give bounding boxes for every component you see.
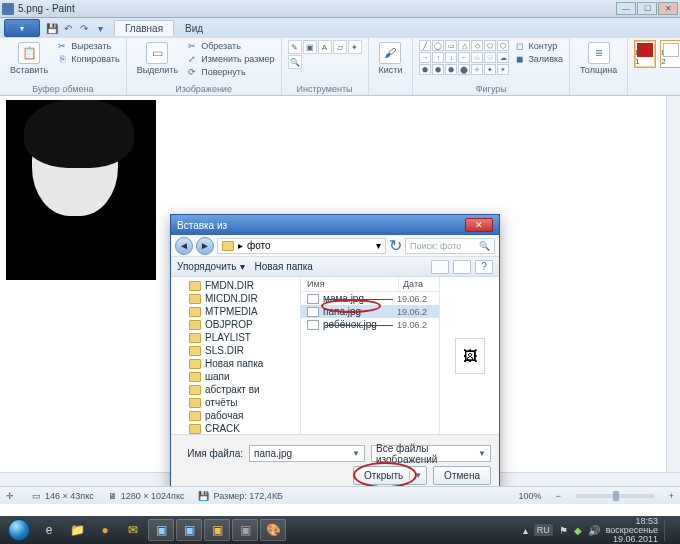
open-button[interactable]: Открыть▼ bbox=[353, 466, 427, 485]
canvas-area[interactable]: Вставка из ✕ ◄ ► ▸ фото ▾ ↻ Поиск: фото … bbox=[0, 96, 680, 486]
newfolder-button[interactable]: Новая папка bbox=[255, 261, 313, 272]
taskbar-paint[interactable]: 🎨 bbox=[260, 519, 286, 541]
tool-fill[interactable]: ▣ bbox=[303, 40, 317, 54]
copy-button[interactable]: ⎘Копировать bbox=[56, 53, 119, 65]
tree-item[interactable]: абстракт ви bbox=[171, 383, 300, 396]
tool-picker[interactable]: ✦ bbox=[348, 40, 362, 54]
folder-icon bbox=[189, 294, 201, 304]
shape-outline-button[interactable]: ◻Контур bbox=[513, 40, 563, 52]
dialog-close-button[interactable]: ✕ bbox=[465, 218, 493, 232]
tray-network-icon[interactable]: ⚑ bbox=[559, 525, 568, 536]
ribbon-group-size: ≡ Толщина bbox=[570, 38, 628, 95]
taskbar-mail[interactable]: ✉ bbox=[120, 519, 146, 541]
taskbar-explorer[interactable]: 📁 bbox=[64, 519, 90, 541]
dialog-titlebar[interactable]: Вставка из ✕ bbox=[171, 215, 499, 235]
folder-tree[interactable]: FMDN.DIRMICDN.DIRMTPMEDIAOBJPROPPLAYLIST… bbox=[171, 277, 301, 434]
tray-show-hidden-icon[interactable]: ▴ bbox=[523, 525, 528, 536]
zoom-in-button[interactable]: + bbox=[669, 491, 674, 501]
view-mode-button[interactable] bbox=[431, 260, 449, 274]
tab-view[interactable]: Вид bbox=[174, 20, 214, 36]
tree-item[interactable]: Новая папка bbox=[171, 357, 300, 370]
shapes-group-label: Фигуры bbox=[419, 84, 563, 95]
taskbar-ie[interactable]: e bbox=[36, 519, 62, 541]
tree-item[interactable]: шапи bbox=[171, 370, 300, 383]
organize-button[interactable]: Упорядочить▾ bbox=[177, 261, 245, 272]
tray-action-icon[interactable]: ◆ bbox=[574, 525, 582, 536]
zoom-out-button[interactable]: − bbox=[555, 491, 560, 501]
taskbar: e 📁 ● ✉ ▣ ▣ ▣ ▣ 🎨 ▴ RU ⚑ ◆ 🔊 18:53 воскр… bbox=[0, 516, 680, 544]
column-name[interactable]: Имя bbox=[301, 277, 399, 291]
tray-clock[interactable]: 18:53 воскресенье 19.06.2011 bbox=[606, 517, 658, 544]
file-row[interactable]: папа.jpg19.06.2 bbox=[301, 305, 439, 318]
zoom-slider[interactable] bbox=[575, 494, 655, 498]
qat-undo-icon[interactable]: ↶ bbox=[61, 21, 75, 35]
file-list[interactable]: Имя Дата мама.jpg19.06.2папа.jpg19.06.2р… bbox=[301, 277, 439, 434]
tree-item[interactable]: SLS.DIR bbox=[171, 344, 300, 357]
taskbar-item-1[interactable]: ▣ bbox=[148, 519, 174, 541]
file-row[interactable]: мама.jpg19.06.2 bbox=[301, 292, 439, 305]
shape-fill-button[interactable]: ◼Заливка bbox=[513, 53, 563, 65]
show-desktop-button[interactable] bbox=[664, 519, 672, 541]
nav-forward-button[interactable]: ► bbox=[196, 237, 214, 255]
taskbar-item-4[interactable]: ▣ bbox=[232, 519, 258, 541]
tree-item[interactable]: FMDN.DIR bbox=[171, 279, 300, 292]
resize-button[interactable]: ⤢Изменить размер bbox=[186, 53, 274, 65]
qat-customize-icon[interactable]: ▾ bbox=[93, 21, 107, 35]
cancel-button[interactable]: Отмена bbox=[433, 466, 491, 485]
folder-icon bbox=[189, 333, 201, 343]
app-menu-button[interactable]: ▾ bbox=[4, 19, 40, 37]
preview-toggle-button[interactable] bbox=[453, 260, 471, 274]
tool-magnifier[interactable]: 🔍 bbox=[288, 55, 302, 69]
dialog-search[interactable]: Поиск: фото 🔍 bbox=[405, 238, 495, 254]
close-button[interactable]: ✕ bbox=[658, 2, 678, 15]
color2-button[interactable]: Цвет 2 bbox=[660, 40, 680, 68]
file-row[interactable]: ребёнок.jpg19.06.2 bbox=[301, 318, 439, 331]
status-cursor: ✛ bbox=[6, 491, 18, 501]
column-date[interactable]: Дата bbox=[399, 277, 439, 291]
tool-eraser[interactable]: ▱ bbox=[333, 40, 347, 54]
crop-button[interactable]: ✂Обрезать bbox=[186, 40, 274, 52]
tree-item[interactable]: PLAYLIST bbox=[171, 331, 300, 344]
tool-text[interactable]: A bbox=[318, 40, 332, 54]
tree-item[interactable]: отчёты bbox=[171, 396, 300, 409]
status-bar: ✛ ▭ 146 × 43пкс 🖥 1280 × 1024пкс 💾 Разме… bbox=[0, 486, 680, 504]
vertical-scrollbar[interactable] bbox=[666, 96, 680, 472]
file-icon bbox=[307, 307, 319, 317]
shape-gallery[interactable]: ╱◯▭△◇⬠⬡ →↑↓←☆♡☁ ⬟⬢⬣⬤✧✦✶ bbox=[419, 40, 509, 75]
app-icon bbox=[2, 3, 14, 15]
brushes-button[interactable]: 🖌 Кисти bbox=[375, 40, 407, 77]
start-button[interactable] bbox=[4, 518, 34, 542]
taskbar-firefox[interactable]: ● bbox=[92, 519, 118, 541]
paste-button[interactable]: 📋 Вставить bbox=[6, 40, 52, 77]
filename-value: папа.jpg bbox=[254, 448, 292, 459]
tab-home[interactable]: Главная bbox=[114, 20, 174, 36]
system-tray: ▴ RU ⚑ ◆ 🔊 18:53 воскресенье 19.06.2011 bbox=[523, 517, 676, 544]
taskbar-item-3[interactable]: ▣ bbox=[204, 519, 230, 541]
tree-item[interactable]: CRACK bbox=[171, 422, 300, 434]
tree-item[interactable]: MTPMEDIA bbox=[171, 305, 300, 318]
minimize-button[interactable]: — bbox=[616, 2, 636, 15]
qat-save-icon[interactable]: 💾 bbox=[45, 21, 59, 35]
filename-input[interactable]: папа.jpg ▼ bbox=[249, 445, 365, 462]
breadcrumb[interactable]: ▸ фото ▾ bbox=[217, 238, 386, 254]
qat-redo-icon[interactable]: ↷ bbox=[77, 21, 91, 35]
refresh-icon[interactable]: ↻ bbox=[389, 236, 402, 255]
tray-language[interactable]: RU bbox=[534, 524, 553, 536]
nav-back-button[interactable]: ◄ bbox=[175, 237, 193, 255]
tool-pencil[interactable]: ✎ bbox=[288, 40, 302, 54]
taskbar-item-2[interactable]: ▣ bbox=[176, 519, 202, 541]
size-button[interactable]: ≡ Толщина bbox=[576, 40, 621, 77]
tree-item[interactable]: MICDN.DIR bbox=[171, 292, 300, 305]
cut-button[interactable]: ✂Вырезать bbox=[56, 40, 119, 52]
tree-item[interactable]: рабочая bbox=[171, 409, 300, 422]
filetype-filter[interactable]: Все файлы изображений ▼ bbox=[371, 445, 491, 462]
dialog-nav: ◄ ► ▸ фото ▾ ↻ Поиск: фото 🔍 bbox=[171, 235, 499, 257]
maximize-button[interactable]: ☐ bbox=[637, 2, 657, 15]
color1-button[interactable]: Цвет 1 bbox=[634, 40, 656, 68]
tree-item[interactable]: OBJPROP bbox=[171, 318, 300, 331]
rotate-button[interactable]: ⟳Повернуть bbox=[186, 66, 274, 78]
help-button[interactable]: ? bbox=[475, 260, 493, 274]
ribbon-group-shapes: ╱◯▭△◇⬠⬡ →↑↓←☆♡☁ ⬟⬢⬣⬤✧✦✶ ◻Контур ◼Заливка… bbox=[413, 38, 570, 95]
select-button[interactable]: ▭ Выделить bbox=[133, 40, 183, 77]
tray-volume-icon[interactable]: 🔊 bbox=[588, 525, 600, 536]
